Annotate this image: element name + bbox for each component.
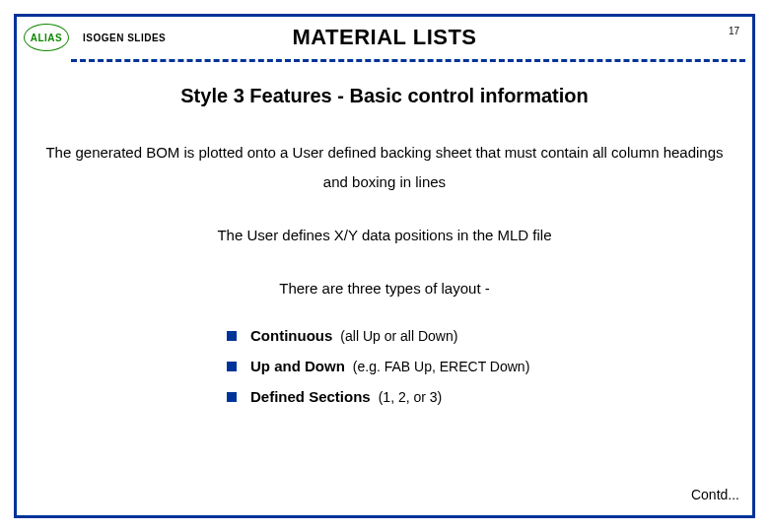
list-note: (e.g. FAB Up, ERECT Down) <box>353 359 529 374</box>
page-number: 17 <box>729 26 739 36</box>
section-title: Style 3 Features - Basic control informa… <box>0 85 769 107</box>
square-bullet-icon <box>227 362 237 371</box>
layout-list: Continuous (all Up or all Down) Up and D… <box>227 327 730 405</box>
list-item: Up and Down (e.g. FAB Up, ERECT Down) <box>227 358 730 374</box>
list-term: Defined Sections <box>250 388 371 405</box>
list-item: Continuous (all Up or all Down) <box>227 327 730 344</box>
list-term: Continuous <box>250 327 332 344</box>
continued-label: Contd... <box>691 487 739 502</box>
paragraph-2: The User defines X/Y data positions in t… <box>39 221 730 250</box>
slide-body: The generated BOM is plotted onto a User… <box>39 138 730 419</box>
paragraph-3: There are three types of layout - <box>39 274 730 303</box>
list-item: Defined Sections (1, 2, or 3) <box>227 388 730 405</box>
list-note: (all Up or all Down) <box>340 328 457 344</box>
list-note: (1, 2, or 3) <box>379 389 443 405</box>
header-title: MATERIAL LISTS <box>18 25 751 50</box>
square-bullet-icon <box>227 331 237 341</box>
list-term: Up and Down <box>250 358 345 374</box>
slide-header: ALIAS ISOGEN SLIDES MATERIAL LISTS 17 <box>18 18 751 57</box>
header-divider <box>71 59 745 62</box>
square-bullet-icon <box>227 392 237 402</box>
paragraph-1: The generated BOM is plotted onto a User… <box>39 138 730 197</box>
alias-badge: ALIAS <box>24 24 69 51</box>
